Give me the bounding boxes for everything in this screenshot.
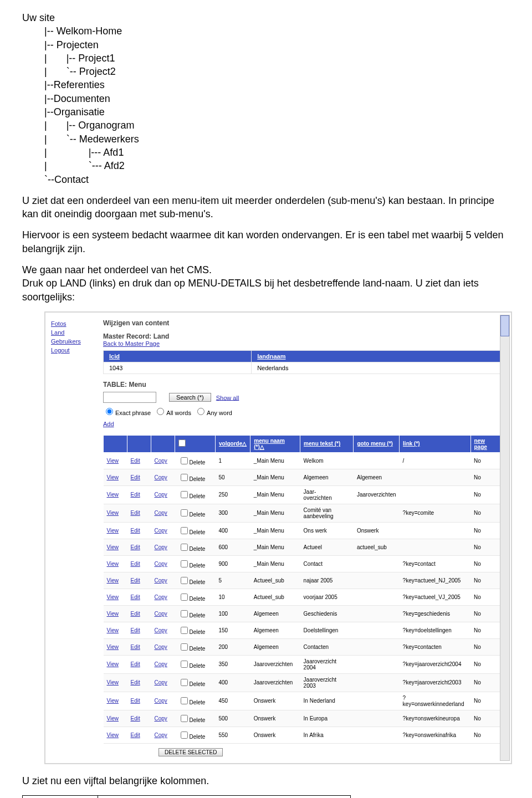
cell-menunaam: Actueel_sub: [250, 589, 300, 605]
row-checkbox[interactable]: [181, 457, 188, 464]
view-link[interactable]: View: [107, 528, 119, 534]
view-link[interactable]: View: [107, 492, 119, 498]
copy-link[interactable]: Copy: [155, 561, 167, 567]
edit-link[interactable]: Edit: [131, 528, 140, 534]
view-link[interactable]: View: [107, 627, 119, 633]
edit-link[interactable]: Edit: [131, 561, 140, 567]
view-link[interactable]: View: [107, 661, 119, 667]
cell-menutekst: In Europa: [300, 710, 354, 727]
back-to-master-link[interactable]: Back to Master Page: [103, 340, 160, 347]
table-row: ViewEditCopyDelete100AlgemeenGeschiedeni…: [104, 605, 503, 622]
edit-link[interactable]: Edit: [131, 679, 140, 686]
delete-label: Delete: [190, 562, 206, 569]
paragraph-3: We gaan naar het onderdeel van het CMS. …: [22, 263, 510, 304]
edit-link[interactable]: Edit: [131, 594, 140, 600]
view-link[interactable]: View: [107, 611, 119, 617]
row-checkbox[interactable]: [181, 643, 188, 651]
nav-gebruikers[interactable]: Gebruikers: [51, 338, 90, 345]
edit-link[interactable]: Edit: [131, 492, 140, 498]
copy-link[interactable]: Copy: [155, 577, 167, 584]
copy-link[interactable]: Copy: [155, 661, 167, 667]
edit-link[interactable]: Edit: [131, 611, 140, 617]
col-gotomenu[interactable]: goto menu (*): [354, 435, 400, 452]
cell-menutekst: In Afrika: [300, 727, 354, 743]
edit-link[interactable]: Edit: [131, 732, 140, 738]
view-link[interactable]: View: [107, 458, 119, 464]
row-checkbox[interactable]: [181, 679, 188, 686]
edit-link[interactable]: Edit: [131, 577, 140, 584]
copy-link[interactable]: Copy: [155, 715, 167, 722]
copy-link[interactable]: Copy: [155, 698, 167, 704]
edit-link[interactable]: Edit: [131, 644, 140, 650]
row-checkbox[interactable]: [181, 610, 188, 617]
edit-link[interactable]: Edit: [131, 698, 140, 704]
nav-fotos[interactable]: Fotos: [51, 320, 90, 327]
cell-gotomenu: [354, 589, 400, 605]
scroll-thumb[interactable]: [500, 315, 509, 336]
add-link[interactable]: Add: [103, 421, 114, 427]
view-link[interactable]: View: [107, 544, 119, 550]
row-checkbox[interactable]: [181, 560, 188, 567]
row-checkbox[interactable]: [181, 732, 188, 739]
view-link[interactable]: View: [107, 698, 119, 704]
row-checkbox[interactable]: [181, 544, 188, 551]
edit-link[interactable]: Edit: [131, 458, 140, 464]
nav-land[interactable]: Land: [51, 329, 90, 336]
edit-link[interactable]: Edit: [131, 715, 140, 722]
view-link[interactable]: View: [107, 715, 119, 722]
edit-link[interactable]: Edit: [131, 544, 140, 550]
scrollbar[interactable]: [500, 315, 510, 761]
row-checkbox[interactable]: [181, 627, 188, 634]
copy-link[interactable]: Copy: [155, 594, 167, 600]
table-row: ViewEditCopyDelete5Actueel_subnajaar 200…: [104, 572, 503, 589]
row-checkbox[interactable]: [181, 661, 188, 668]
copy-link[interactable]: Copy: [155, 528, 167, 534]
edit-link[interactable]: Edit: [131, 627, 140, 633]
view-link[interactable]: View: [107, 577, 119, 584]
row-checkbox[interactable]: [181, 509, 188, 516]
copy-link[interactable]: Copy: [155, 458, 167, 464]
copy-link[interactable]: Copy: [155, 627, 167, 633]
copy-link[interactable]: Copy: [155, 492, 167, 498]
row-checkbox[interactable]: [181, 715, 188, 722]
col-volgorde[interactable]: volgorde△: [216, 435, 250, 452]
col-link[interactable]: link (*): [400, 435, 470, 452]
show-all-link[interactable]: Show all: [216, 394, 239, 401]
view-link[interactable]: View: [107, 679, 119, 686]
view-link[interactable]: View: [107, 474, 119, 480]
radio-all[interactable]: [157, 408, 164, 415]
view-link[interactable]: View: [107, 732, 119, 738]
edit-link[interactable]: Edit: [131, 474, 140, 480]
col-newpage[interactable]: new page: [470, 435, 503, 452]
view-link[interactable]: View: [107, 510, 119, 516]
row-checkbox[interactable]: [181, 577, 188, 584]
cell-gotomenu: [354, 452, 400, 469]
copy-link[interactable]: Copy: [155, 510, 167, 516]
view-link[interactable]: View: [107, 561, 119, 567]
row-checkbox[interactable]: [181, 474, 188, 481]
header-checkbox[interactable]: [178, 439, 186, 447]
delete-selected-button[interactable]: DELETE SELECTED: [158, 748, 223, 756]
copy-link[interactable]: Copy: [155, 611, 167, 617]
nav-logout[interactable]: Logout: [51, 347, 90, 354]
row-checkbox[interactable]: [181, 594, 188, 601]
view-link[interactable]: View: [107, 594, 119, 600]
copy-link[interactable]: Copy: [155, 544, 167, 550]
col-menutekst[interactable]: menu tekst (*): [300, 435, 354, 452]
radio-exact[interactable]: [106, 408, 113, 415]
view-link[interactable]: View: [107, 644, 119, 650]
search-input[interactable]: [103, 392, 156, 403]
edit-link[interactable]: Edit: [131, 510, 140, 516]
copy-link[interactable]: Copy: [155, 474, 167, 480]
copy-link[interactable]: Copy: [155, 679, 167, 686]
label-exact: Exact phrase: [115, 410, 151, 416]
col-menunaam[interactable]: menu naam (*)△: [250, 435, 300, 452]
row-checkbox[interactable]: [181, 697, 188, 704]
copy-link[interactable]: Copy: [155, 732, 167, 738]
edit-link[interactable]: Edit: [131, 661, 140, 667]
row-checkbox[interactable]: [181, 491, 188, 498]
row-checkbox[interactable]: [181, 527, 188, 534]
search-button[interactable]: Search (*): [169, 393, 211, 402]
radio-any[interactable]: [197, 408, 204, 415]
copy-link[interactable]: Copy: [155, 644, 167, 650]
